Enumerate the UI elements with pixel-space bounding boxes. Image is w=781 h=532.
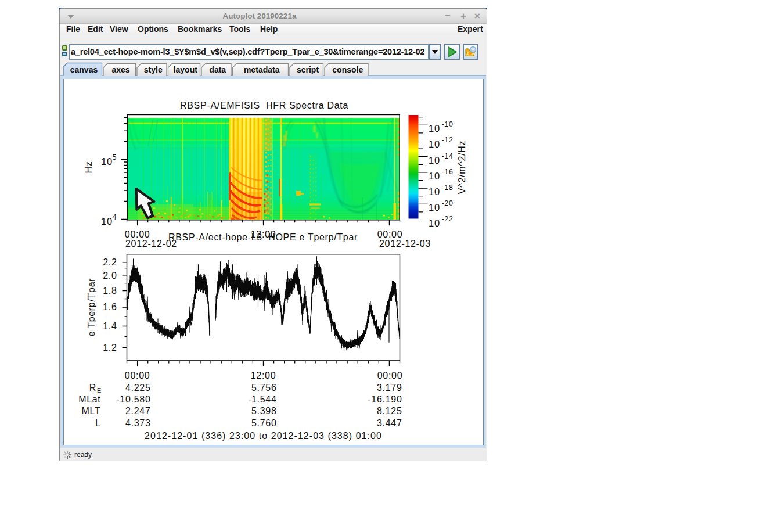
svg-text:10: 10 <box>429 218 440 228</box>
svg-text:4.373: 4.373 <box>125 418 151 428</box>
svg-text:-1.544: -1.544 <box>248 394 277 404</box>
svg-text:3.179: 3.179 <box>377 383 402 393</box>
svg-text:5.760: 5.760 <box>251 418 277 428</box>
svg-text:5.398: 5.398 <box>251 406 277 416</box>
svg-text:10: 10 <box>429 171 440 181</box>
svg-text:2.247: 2.247 <box>125 406 151 416</box>
svg-text:2.2: 2.2 <box>103 257 117 267</box>
svg-text:layout: layout <box>174 65 198 74</box>
svg-text:axes: axes <box>111 65 129 74</box>
svg-text:-18: -18 <box>442 184 454 192</box>
svg-text:2012-12-02: 2012-12-02 <box>125 239 177 249</box>
svg-text:style: style <box>144 65 163 74</box>
svg-text:10: 10 <box>429 202 440 213</box>
svg-text:12:00: 12:00 <box>251 371 276 380</box>
svg-text:script: script <box>297 65 319 74</box>
svg-text:-14: -14 <box>442 152 454 160</box>
svg-text:00:00: 00:00 <box>377 229 403 239</box>
svg-text:1.8: 1.8 <box>103 286 117 296</box>
svg-text:2012-12-01 (336) 23:00 to 2012: 2012-12-01 (336) 23:00 to 2012-12-03 (33… <box>145 431 382 441</box>
svg-text:Hz: Hz <box>84 161 93 174</box>
svg-text:R: R <box>89 383 96 393</box>
svg-text:4.225: 4.225 <box>125 383 151 393</box>
svg-text:4: 4 <box>113 213 117 221</box>
svg-text:data: data <box>209 65 226 74</box>
svg-text:5.756: 5.756 <box>251 383 277 393</box>
svg-text:-22: -22 <box>442 215 454 223</box>
svg-text:10: 10 <box>429 155 440 166</box>
svg-text:8.125: 8.125 <box>377 406 402 416</box>
svg-text:00:00: 00:00 <box>125 229 150 239</box>
svg-text:L: L <box>95 418 101 428</box>
svg-text:MLT: MLT <box>82 406 101 416</box>
svg-text:10: 10 <box>101 156 113 167</box>
svg-text:e Tperp/Tpar: e Tperp/Tpar <box>87 278 96 337</box>
svg-text:canvas: canvas <box>70 65 98 74</box>
svg-text:-10: -10 <box>442 120 454 128</box>
svg-text:MLat: MLat <box>78 394 100 404</box>
svg-text:-16.190: -16.190 <box>368 394 402 404</box>
svg-text:console: console <box>332 65 363 74</box>
svg-text:12:00: 12:00 <box>251 229 276 239</box>
svg-text:00:00: 00:00 <box>377 371 403 380</box>
svg-text:10: 10 <box>429 139 440 149</box>
svg-text:-10.580: -10.580 <box>116 394 150 404</box>
svg-text:1.4: 1.4 <box>103 321 117 331</box>
svg-text:metadata: metadata <box>244 65 280 74</box>
svg-text:10: 10 <box>429 123 440 134</box>
svg-text:-12: -12 <box>442 136 454 144</box>
svg-text:1.6: 1.6 <box>103 302 117 312</box>
svg-text:10: 10 <box>429 186 440 197</box>
svg-text:00:00: 00:00 <box>125 371 150 380</box>
svg-text:-16: -16 <box>442 168 454 176</box>
svg-text:2012-12-03: 2012-12-03 <box>379 239 431 249</box>
svg-text:-20: -20 <box>442 199 454 207</box>
svg-text:RBSP-A/EMFISIS HFR Spectra Da: RBSP-A/EMFISIS HFR Spectra Data <box>180 100 348 110</box>
svg-text:2.0: 2.0 <box>103 271 117 281</box>
svg-text:E: E <box>97 387 102 394</box>
svg-text:V^2/m^2/Hz: V^2/m^2/Hz <box>457 141 467 194</box>
svg-text:1.2: 1.2 <box>103 343 117 353</box>
svg-text:3.447: 3.447 <box>377 418 402 428</box>
svg-text:5: 5 <box>113 153 117 161</box>
svg-text:10: 10 <box>101 216 113 227</box>
